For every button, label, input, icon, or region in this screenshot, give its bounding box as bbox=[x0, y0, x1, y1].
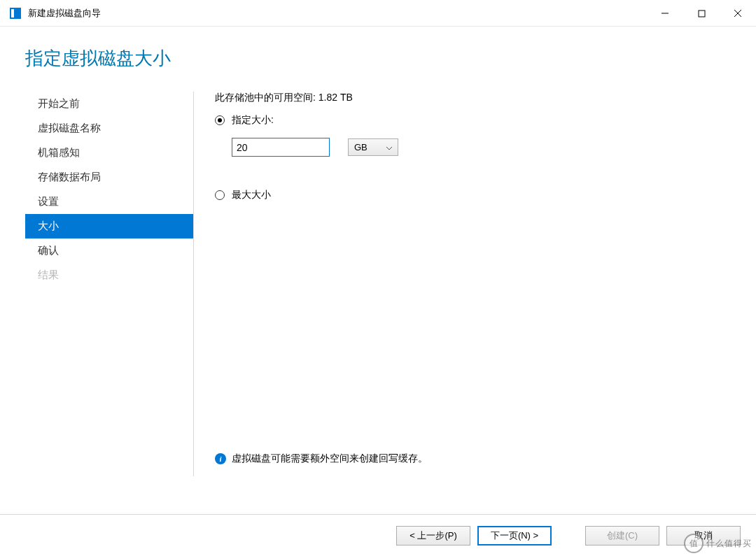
radio-icon bbox=[215, 190, 225, 200]
chevron-down-icon bbox=[386, 142, 392, 152]
sidebar-item-confirm[interactable]: 确认 bbox=[25, 238, 193, 263]
sidebar-item-size[interactable]: 大小 bbox=[25, 214, 193, 238]
hint-text: 虚拟磁盘可能需要额外空间来创建回写缓存。 bbox=[232, 452, 428, 465]
previous-button[interactable]: < 上一步(P) bbox=[396, 526, 470, 546]
available-space-label: 此存储池中的可用空间: 1.82 TB bbox=[215, 92, 735, 104]
watermark: 值 什么值得买 bbox=[684, 534, 752, 553]
next-button[interactable]: 下一页(N) > bbox=[477, 526, 552, 546]
minimize-button[interactable] bbox=[647, 0, 683, 27]
maximize-button[interactable] bbox=[683, 0, 720, 27]
info-icon: i bbox=[215, 453, 226, 464]
unit-select[interactable]: GB bbox=[348, 138, 398, 156]
svg-rect-1 bbox=[699, 10, 705, 17]
sidebar-item-enclosure[interactable]: 机箱感知 bbox=[25, 141, 193, 165]
window-title: 新建虚拟磁盘向导 bbox=[28, 7, 101, 20]
sidebar-item-layout[interactable]: 存储数据布局 bbox=[25, 165, 193, 190]
app-icon bbox=[10, 8, 21, 19]
window-controls bbox=[647, 0, 756, 27]
sidebar-item-result: 结果 bbox=[25, 263, 193, 287]
watermark-badge: 值 bbox=[684, 534, 704, 553]
radio-specify-size[interactable]: 指定大小: bbox=[215, 114, 735, 127]
sidebar-item-begin[interactable]: 开始之前 bbox=[25, 92, 193, 116]
radio-specify-label: 指定大小: bbox=[232, 114, 274, 127]
titlebar: 新建虚拟磁盘向导 bbox=[0, 0, 756, 27]
unit-value: GB bbox=[354, 142, 368, 152]
wizard-footer: < 上一步(P) 下一页(N) > 创建(C) 取消 bbox=[0, 514, 756, 556]
radio-max-size[interactable]: 最大大小 bbox=[215, 189, 735, 201]
close-button[interactable] bbox=[720, 0, 756, 27]
create-button: 创建(C) bbox=[585, 526, 659, 546]
size-input[interactable] bbox=[232, 138, 330, 157]
radio-max-label: 最大大小 bbox=[232, 189, 271, 201]
wizard-steps-sidebar: 开始之前 虚拟磁盘名称 机箱感知 存储数据布局 设置 大小 确认 结果 bbox=[25, 92, 193, 476]
main-panel: 此存储池中的可用空间: 1.82 TB 指定大小: GB 最大大小 i 虚拟磁盘… bbox=[205, 92, 756, 476]
watermark-text: 什么值得买 bbox=[706, 538, 752, 550]
sidebar-item-settings[interactable]: 设置 bbox=[25, 190, 193, 214]
hint-row: i 虚拟磁盘可能需要额外空间来创建回写缓存。 bbox=[215, 452, 428, 465]
sidebar-item-name[interactable]: 虚拟磁盘名称 bbox=[25, 116, 193, 141]
page-title: 指定虚拟磁盘大小 bbox=[0, 27, 756, 92]
vertical-divider bbox=[193, 92, 194, 476]
radio-icon bbox=[215, 115, 225, 125]
